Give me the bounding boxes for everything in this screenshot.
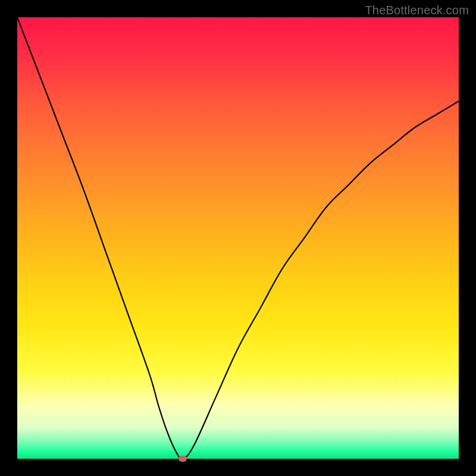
bottleneck-curve	[17, 17, 459, 459]
optimal-marker	[178, 456, 187, 462]
chart-plot-area	[17, 17, 459, 459]
watermark-text: TheBottleneck.com	[365, 4, 469, 17]
